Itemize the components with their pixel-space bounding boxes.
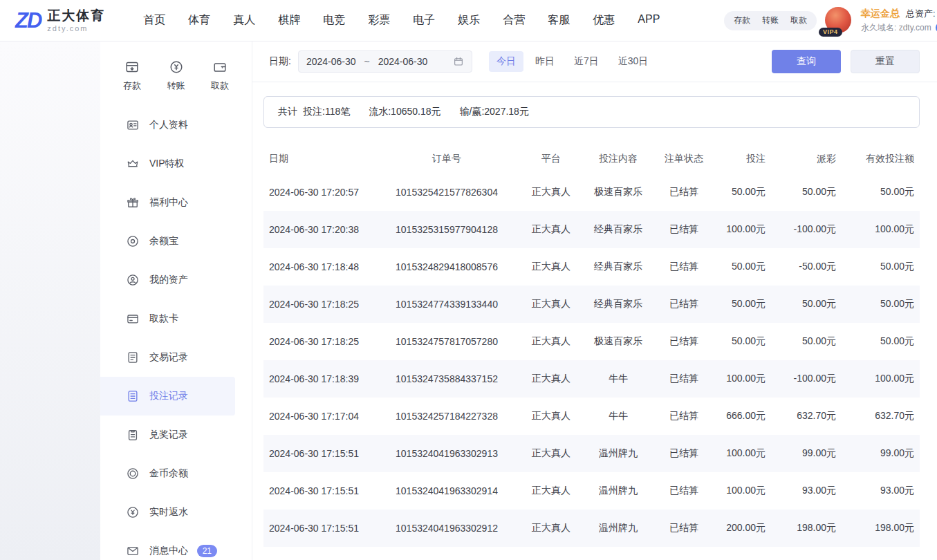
sidebar-item-4[interactable]: 我的资产 <box>100 261 252 299</box>
nav-item-5[interactable]: 彩票 <box>368 13 390 28</box>
table-header-row: 日期订单号平台投注内容注单状态投注派彩有效投注额 <box>263 144 920 174</box>
cell-order: 1015324257184227328 <box>374 398 519 435</box>
cell-valid-bet: 100.00元 <box>842 211 920 248</box>
nav-item-6[interactable]: 电子 <box>413 13 435 28</box>
sidebar-item-label: 个人资料 <box>149 119 188 131</box>
nav-item-2[interactable]: 真人 <box>233 13 255 28</box>
nav-item-8[interactable]: 合营 <box>503 13 525 28</box>
range-button-3[interactable]: 近30日 <box>611 51 656 72</box>
user-meta-line2: 永久域名: zdty.com <box>861 22 937 34</box>
deposit-icon <box>124 59 140 75</box>
cell-date: 2024-06-30 17:18:48 <box>263 248 374 286</box>
cell-date: 2024-06-30 17:15:51 <box>263 435 374 472</box>
sidebar-quick-deposit[interactable]: 存款 <box>123 59 141 92</box>
user-meta-line1: 幸运金总 总资产: <box>861 8 937 20</box>
range-button-1[interactable]: 昨日 <box>528 51 562 72</box>
cell-status: 已结算 <box>653 174 714 211</box>
cell-payout: -50.00元 <box>771 248 842 286</box>
cell-order: 1015325315977904128 <box>374 211 519 248</box>
search-button[interactable]: 查询 <box>772 50 841 73</box>
cell-valid-bet: 99.00元 <box>842 435 920 472</box>
brand-text: 正大体育 zdty.com <box>47 8 105 32</box>
sidebar-item-label: 我的资产 <box>149 274 188 286</box>
table-row: 2024-06-30 17:15:511015324041963302913正大… <box>263 435 920 472</box>
sidebar-item-6[interactable]: 交易记录 <box>100 338 252 377</box>
card-icon <box>126 312 140 326</box>
bet-records-table: 日期订单号平台投注内容注单状态投注派彩有效投注额 2024-06-30 17:2… <box>263 144 920 547</box>
sidebar-item-5[interactable]: 取款卡 <box>100 299 252 338</box>
brand-logo[interactable]: ZD 正大体育 zdty.com <box>15 8 105 32</box>
left-gutter <box>0 41 100 560</box>
table-row: 2024-06-30 17:18:251015324757817057280正大… <box>263 323 920 360</box>
sidebar-item-3[interactable]: 余额宝 <box>100 222 252 261</box>
cell-date: 2024-06-30 17:20:38 <box>263 211 374 248</box>
cell-status: 已结算 <box>653 248 714 286</box>
sidebar-item-label: 金币余额 <box>149 467 188 480</box>
cell-status: 已结算 <box>653 211 714 248</box>
sidebar-item-7[interactable]: 投注记录 <box>100 377 235 416</box>
cell-platform: 正大真人 <box>519 174 583 211</box>
sidebar-item-label: 兑奖记录 <box>149 429 188 441</box>
cell-bet: 100.00元 <box>714 472 771 510</box>
table-row: 2024-06-30 17:18:481015324829418008576正大… <box>263 248 920 286</box>
sidebar-quick-label: 转账 <box>167 80 185 92</box>
nav-item-0[interactable]: 首页 <box>143 13 165 28</box>
user-quick-withdraw[interactable]: 取款 <box>790 15 807 26</box>
column-header-3: 投注内容 <box>583 144 653 174</box>
range-button-2[interactable]: 近7日 <box>566 51 606 72</box>
brand-name: 正大体育 <box>47 8 105 24</box>
nav-item-7[interactable]: 娱乐 <box>458 13 480 28</box>
nav-item-1[interactable]: 体育 <box>188 13 210 28</box>
transactions-icon <box>126 351 140 364</box>
cell-platform: 正大真人 <box>519 398 583 435</box>
nav-item-11[interactable]: APP <box>638 13 660 28</box>
date-end-value: 2024-06-30 <box>378 56 428 67</box>
table-row: 2024-06-30 17:20:571015325421577826304正大… <box>263 174 920 211</box>
cell-payout: 50.00元 <box>771 174 842 211</box>
column-header-6: 派彩 <box>771 144 842 174</box>
sidebar-item-9[interactable]: 金币余额 <box>100 454 252 493</box>
cell-payout: 198.00元 <box>771 510 842 547</box>
sidebar-item-10[interactable]: 实时返水 <box>100 493 252 532</box>
cell-bet: 100.00元 <box>714 435 771 472</box>
column-header-0: 日期 <box>263 144 374 174</box>
column-header-4: 注单状态 <box>653 144 714 174</box>
quick-date-ranges: 今日昨日近7日近30日 <box>489 51 656 72</box>
reset-button[interactable]: 重置 <box>851 50 920 73</box>
cell-content: 极速百家乐 <box>583 323 653 360</box>
sidebar-item-8[interactable]: 兑奖记录 <box>100 416 252 454</box>
cell-payout: 93.00元 <box>771 472 842 510</box>
sidebar-item-2[interactable]: 福利中心 <box>100 183 252 222</box>
vip-badge: VIP4 <box>819 28 842 37</box>
sidebar-quick-transfer[interactable]: 转账 <box>167 59 185 92</box>
cell-content: 牛牛 <box>583 360 653 398</box>
cell-payout: -100.00元 <box>771 211 842 248</box>
sidebar-item-11[interactable]: 消息中心21 <box>100 532 252 560</box>
date-range-input[interactable]: 2024-06-30 ~ 2024-06-30 <box>298 50 472 73</box>
nav-item-9[interactable]: 客服 <box>548 13 570 28</box>
sidebar-quick-withdraw[interactable]: 取款 <box>211 59 229 92</box>
cell-status: 已结算 <box>653 510 714 547</box>
filter-bar: 日期: 2024-06-30 ~ 2024-06-30 今日昨日近7日近30日 … <box>252 41 937 82</box>
user-quick-transfer[interactable]: 转账 <box>762 15 779 26</box>
cell-order: 1015325421577826304 <box>374 174 519 211</box>
cell-content: 经典百家乐 <box>583 286 653 323</box>
range-button-0[interactable]: 今日 <box>489 51 523 72</box>
gift-icon <box>126 196 140 209</box>
nav-item-3[interactable]: 棋牌 <box>278 13 300 28</box>
unread-count-badge: 21 <box>197 545 217 557</box>
sidebar-item-1[interactable]: VIP特权 <box>100 144 252 183</box>
user-quick-deposit[interactable]: 存款 <box>734 15 750 26</box>
sidebar-item-0[interactable]: 个人资料 <box>100 106 252 144</box>
table-row: 2024-06-30 17:20:381015325315977904128正大… <box>263 211 920 248</box>
nav-item-10[interactable]: 优惠 <box>593 13 615 28</box>
cell-order: 1015324735884337152 <box>374 360 519 398</box>
username: 幸运金总 <box>861 8 900 20</box>
rebate-icon <box>126 505 140 519</box>
cell-order: 1015324041963302914 <box>374 472 519 510</box>
page-body: 存款转账取款 个人资料VIP特权福利中心余额宝我的资产取款卡交易记录投注记录兑奖… <box>0 41 937 560</box>
cell-bet: 50.00元 <box>714 174 771 211</box>
nav-item-4[interactable]: 电竞 <box>323 13 345 28</box>
summary-win-loss: 输/赢:2027.18元 <box>460 106 529 118</box>
user-area: 存款转账取款 VIP4 幸运金总 总资产: 永久域名: zdty.com <box>724 7 937 35</box>
